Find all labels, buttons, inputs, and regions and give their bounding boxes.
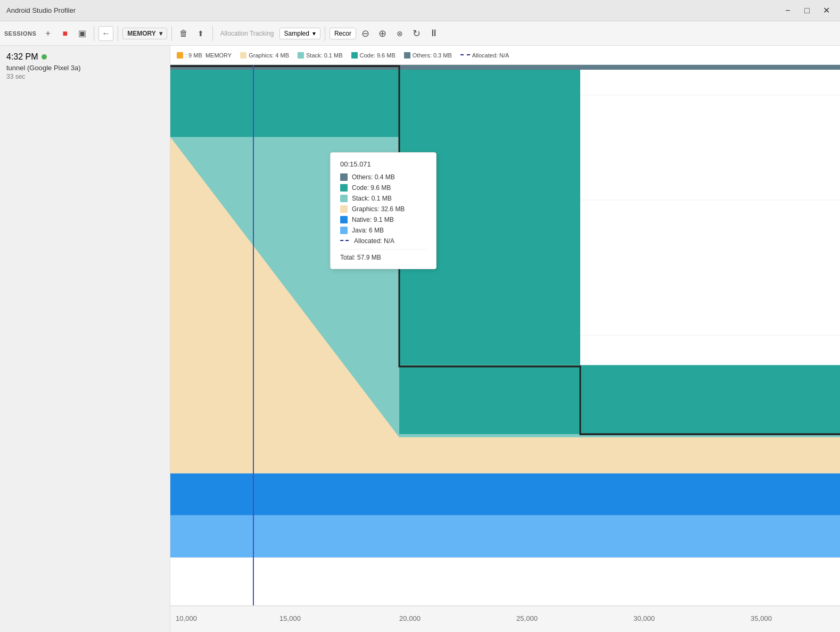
add-session-button[interactable]: + [40,26,55,41]
tooltip-row-java: Java: 6 MB [340,227,426,234]
separator-2 [118,26,118,41]
chart-area[interactable]: : 9 MB MEMORY Graphics: 4 MB Stack: 0.1 … [170,46,840,632]
x-axis: 10,000 15,000 20,000 25,000 30,000 35,00… [170,605,840,632]
legend-item-memory: : 9 MB MEMORY [177,52,232,59]
main-layout: 4:32 PM tunnel (Google Pixel 3a) 33 sec … [0,46,840,632]
window-controls: − □ ✕ [780,3,834,18]
legend-swatch-others [404,52,410,59]
legend-bar: : 9 MB MEMORY Graphics: 4 MB Stack: 0.1 … [170,46,840,65]
sampled-dropdown-arrow: ▾ [312,30,316,37]
separator-5 [325,26,325,41]
tooltip-total: Total: 57.9 MB [340,249,426,261]
back-button[interactable]: ← [98,26,113,41]
tooltip-row-native: Native: 9.1 MB [340,216,426,223]
tooltip-row-others: Others: 0.4 MB [340,173,426,181]
tooltip-label-java: Java: 6 MB [352,227,384,234]
legend-label-code: Code: 9.6 MB [360,52,396,59]
svg-rect-7 [580,365,840,434]
stop-button[interactable]: ■ [57,26,72,41]
legend-swatch-stack [298,52,304,59]
separator-1 [94,26,94,41]
sampled-dropdown[interactable]: Sampled ▾ [279,28,320,39]
tooltip-label-native: Native: 9.1 MB [352,216,394,223]
svg-text:10,000: 10,000 [176,614,197,622]
toolbar: SESSIONS + ■ ▣ ← MEMORY ▾ 🗑 ⬆ Allocation… [0,21,840,46]
record-label: Recor [334,30,351,37]
zoom-out-button[interactable]: ⊖ [358,26,373,41]
session-duration: 33 sec [6,73,163,80]
session-time: 4:32 PM [6,52,163,62]
tooltip-swatch-code [340,184,348,192]
legend-label-graphics: Graphics: 4 MB [249,52,289,59]
tooltip-row-allocated: Allocated: N/A [340,237,426,245]
sampled-label: Sampled [284,30,309,37]
reset-zoom-button[interactable]: ⊗ [392,26,407,41]
minimize-button[interactable]: − [780,3,795,18]
legend-item-code: Code: 9.6 MB [351,52,396,59]
tooltip-swatch-java [340,227,348,234]
legend-item-graphics: Graphics: 4 MB [240,52,289,59]
separator-3 [171,26,172,41]
session-device: tunnel (Google Pixel 3a) [6,64,163,72]
tooltip-swatch-allocated [340,240,350,242]
cursor-line [253,65,254,605]
tooltip-swatch-stack [340,195,348,202]
tooltip-label-allocated: Allocated: N/A [354,237,394,245]
sidebar: 4:32 PM tunnel (Google Pixel 3a) 33 sec [0,46,170,632]
export-button[interactable]: ⬆ [193,26,208,41]
tooltip-swatch-graphics [340,205,348,213]
tooltip-label-code: Code: 9.6 MB [352,184,391,192]
svg-text:35,000: 35,000 [751,614,772,622]
tooltip-label-stack: Stack: 0.1 MB [352,195,392,202]
title-bar: Android Studio Profiler − □ ✕ [0,0,840,21]
separator-4 [212,26,213,41]
legend-swatch-code [351,52,358,59]
app-title: Android Studio Profiler [6,6,76,14]
sessions-label: SESSIONS [4,30,36,37]
close-button[interactable]: ✕ [819,3,834,18]
maximize-button[interactable]: □ [800,3,814,18]
svg-text:30,000: 30,000 [633,614,655,622]
svg-rect-5 [170,65,399,137]
session-time-text: 4:32 PM [6,52,38,62]
legend-item-allocated: Allocated: N/A [460,52,509,59]
legend-item-stack: Stack: 0.1 MB [298,52,342,59]
layout-button[interactable]: ▣ [75,26,89,41]
tooltip-swatch-native [340,216,348,223]
legend-swatch-graphics [240,52,246,59]
session-active-dot [42,54,47,60]
chart-svg-container [170,65,840,605]
x-axis-svg: 10,000 15,000 20,000 25,000 30,000 35,00… [170,606,840,633]
tooltip-label-graphics: Graphics: 32.6 MB [352,205,405,213]
memory-label-text: MEMORY [127,30,156,37]
tooltip-time: 00:15.071 [340,160,426,168]
memory-dropdown[interactable]: MEMORY ▾ [122,28,167,39]
legend-item-others: Others: 0.3 MB [404,52,452,59]
legend-label-allocated: Allocated: N/A [472,52,509,59]
memory-dropdown-arrow: ▾ [159,30,162,37]
tooltip-swatch-others [340,173,348,181]
svg-text:20,000: 20,000 [399,614,421,622]
legend-label-others: Others: 0.3 MB [413,52,452,59]
allocation-tracking-label: Allocation Tracking [217,28,277,39]
chart-svg [170,65,840,605]
legend-label-memory: : 9 MB MEMORY [185,52,232,59]
delete-button[interactable]: 🗑 [176,26,191,41]
legend-label-stack: Stack: 0.1 MB [306,52,342,59]
tooltip-label-others: Others: 0.4 MB [352,173,395,181]
zoom-in-button[interactable]: ⊕ [375,26,390,41]
svg-text:25,000: 25,000 [516,614,538,622]
pause-button[interactable]: ⏸ [426,26,441,41]
tooltip: 00:15.071 Others: 0.4 MB Code: 9.6 MB St… [330,152,437,269]
svg-text:15,000: 15,000 [279,614,301,622]
tooltip-row-stack: Stack: 0.1 MB [340,195,426,202]
native-band [170,473,840,515]
legend-swatch-allocated [460,54,470,56]
svg-rect-8 [170,606,840,633]
tooltip-row-code: Code: 9.6 MB [340,184,426,192]
tooltip-row-graphics: Graphics: 32.6 MB [340,205,426,213]
record-button[interactable]: Recor [330,28,356,39]
legend-swatch-memory [177,52,183,59]
java-band [170,515,840,558]
refresh-button[interactable]: ↻ [409,26,424,41]
